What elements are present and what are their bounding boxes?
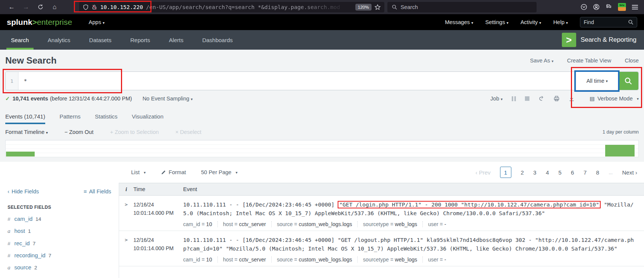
- url-path: /en-US/app/search/search?q=search *&disp…: [146, 4, 352, 10]
- forward-icon[interactable]: →: [20, 2, 32, 12]
- pause-icon[interactable]: [512, 96, 516, 101]
- create-table-view-button[interactable]: Create Table View: [567, 58, 611, 64]
- field-value[interactable]: cam_id = 10: [183, 221, 217, 227]
- format-menu[interactable]: Format: [161, 169, 186, 175]
- page-7[interactable]: 7: [583, 169, 586, 176]
- timeline-bar[interactable]: [605, 145, 635, 156]
- apps-menu[interactable]: Apps▾: [89, 19, 104, 25]
- expand-chevron-icon[interactable]: >: [119, 236, 133, 263]
- field-value[interactable]: source = custom_web_logs.logs: [271, 257, 358, 263]
- page-8[interactable]: 8: [596, 169, 599, 176]
- stop-icon[interactable]: [525, 96, 529, 101]
- search-button[interactable]: [618, 72, 638, 90]
- nav-item-search[interactable]: Search: [2, 30, 38, 50]
- event-raw-text[interactable]: 10.11.110.111 - - [16/Dec/2024:23:46:45 …: [183, 201, 637, 218]
- timeline-controls: Format Timeline▾ − Zoom Out + Zoom to Se…: [5, 124, 639, 140]
- search-mode-selector[interactable]: ▤ Verbose Mode ▾: [590, 96, 639, 102]
- page-4[interactable]: 4: [546, 169, 549, 176]
- page-5[interactable]: 5: [558, 169, 561, 176]
- per-page-menu[interactable]: 50 Per Page▾: [201, 169, 238, 175]
- field-item-source[interactable]: a source 2: [8, 264, 111, 271]
- zoom-level-badge[interactable]: 120%: [355, 4, 372, 11]
- field-item-cam_id[interactable]: # cam_id 14: [8, 216, 111, 222]
- events-table: i Time Event > 12/16/24 10:01:14.000 PM …: [119, 183, 644, 278]
- page-6[interactable]: 6: [571, 169, 574, 176]
- field-value[interactable]: sourcetype = web_logs: [357, 221, 422, 227]
- bookmark-star-icon[interactable]: [375, 4, 381, 10]
- save-as-button[interactable]: Save As▾: [530, 58, 554, 64]
- numeric-field-icon: #: [8, 253, 11, 258]
- caret-down-icon: ▾: [606, 79, 608, 83]
- expand-chevron-icon[interactable]: >: [119, 201, 133, 227]
- share-icon[interactable]: [538, 96, 545, 102]
- page-2[interactable]: 2: [521, 169, 524, 176]
- list-view-menu[interactable]: List▾: [131, 169, 146, 175]
- extension-avatar-icon[interactable]: bru: [618, 3, 626, 11]
- page-1-current[interactable]: 1: [500, 167, 511, 178]
- field-item-sourcetype[interactable]: a sourcetype 2: [8, 276, 111, 278]
- account-icon[interactable]: [593, 4, 600, 10]
- next-page-button[interactable]: Next ›: [622, 169, 637, 176]
- page-3[interactable]: 3: [533, 169, 536, 176]
- event-sampling-menu[interactable]: No Event Sampling▾: [142, 96, 193, 102]
- refresh-icon[interactable]: [35, 2, 46, 12]
- format-timeline-menu[interactable]: Format Timeline▾: [5, 129, 48, 135]
- event-count-note: (before 12/31/24 6:44:27.000 PM): [50, 96, 132, 102]
- event-raw-text[interactable]: 10.11.110.111 - - [16/Dec/2024:23:46:45 …: [183, 236, 637, 253]
- shield-icon[interactable]: [83, 4, 89, 10]
- field-value[interactable]: user = -: [422, 257, 451, 263]
- nav-item-reports[interactable]: Reports: [121, 30, 160, 50]
- zoom-to-selection-button: + Zoom to Selection: [110, 129, 159, 135]
- hide-fields-button[interactable]: ‹Hide Fields: [8, 188, 39, 194]
- timeline-bar[interactable]: [6, 152, 35, 156]
- caret-down-icon: ▾: [46, 131, 48, 135]
- field-value[interactable]: host = cctv_server: [217, 221, 271, 227]
- nav-item-alerts[interactable]: Alerts: [159, 30, 193, 50]
- time-range-picker[interactable]: All time▾: [576, 72, 618, 90]
- annotation-highlight-request: "GET /login.php HTTP/1.1" - 200 1000 "ht…: [338, 201, 601, 208]
- tab-visualization[interactable]: Visualization: [132, 113, 164, 124]
- timeline-histogram[interactable]: [5, 140, 639, 157]
- settings-menu[interactable]: Settings▾: [485, 19, 508, 25]
- results-section: List▾ Format 50 Per Page▾ ‹ Prev 1 2 3 4…: [0, 162, 644, 278]
- field-item-rec_id[interactable]: # rec_id 7: [8, 240, 111, 246]
- field-value[interactable]: cam_id = 10: [183, 257, 217, 263]
- search-icon: [628, 20, 633, 25]
- activity-menu[interactable]: Activity▾: [520, 19, 541, 25]
- verbose-mode-icon: ▤: [590, 96, 595, 102]
- field-value[interactable]: user = -: [422, 221, 451, 227]
- home-icon[interactable]: ⌂: [49, 2, 60, 12]
- splunk-logo[interactable]: splunk>enterprise: [7, 18, 72, 27]
- browser-search-field[interactable]: Search: [387, 2, 537, 12]
- print-icon[interactable]: [554, 96, 560, 102]
- extensions-puzzle-icon[interactable]: [606, 4, 612, 10]
- search-query-input[interactable]: *: [18, 72, 576, 90]
- field-item-host[interactable]: a host 1: [8, 228, 111, 234]
- export-download-icon[interactable]: [569, 96, 575, 102]
- back-icon[interactable]: ←: [6, 2, 17, 12]
- field-item-recording_id[interactable]: # recording_id 7: [8, 252, 111, 258]
- numeric-field-icon: #: [8, 216, 11, 222]
- tab-events[interactable]: Events (10,741): [5, 113, 45, 124]
- splunk-app-icon[interactable]: >: [562, 33, 576, 47]
- help-menu[interactable]: Help▾: [553, 19, 568, 25]
- tab-patterns[interactable]: Patterns: [60, 113, 81, 124]
- all-fields-button[interactable]: ≡All Fields: [84, 188, 111, 194]
- close-button[interactable]: Close: [625, 58, 639, 64]
- insecure-lock-icon[interactable]: [92, 4, 97, 10]
- nav-item-analytics[interactable]: Analytics: [38, 30, 80, 50]
- tab-statistics[interactable]: Statistics: [95, 113, 118, 124]
- url-bar[interactable]: 10.10.152.220 /en-US/app/search/search?q…: [79, 2, 384, 12]
- menu-hamburger-icon[interactable]: [632, 5, 638, 9]
- job-menu[interactable]: Job▾: [490, 96, 502, 102]
- zoom-out-button[interactable]: − Zoom Out: [64, 129, 93, 135]
- field-value[interactable]: sourcetype = web_logs: [357, 257, 422, 263]
- field-value[interactable]: source = custom_web_logs.logs: [271, 221, 358, 227]
- nav-item-datasets[interactable]: Datasets: [80, 30, 121, 50]
- messages-menu[interactable]: Messages▾: [445, 19, 473, 25]
- nav-item-dashboards[interactable]: Dashboards: [193, 30, 242, 50]
- pocket-icon[interactable]: [581, 4, 587, 10]
- events-table-header: i Time Event: [119, 183, 644, 196]
- find-input[interactable]: Find: [580, 17, 637, 27]
- field-value[interactable]: host = cctv_server: [217, 257, 271, 263]
